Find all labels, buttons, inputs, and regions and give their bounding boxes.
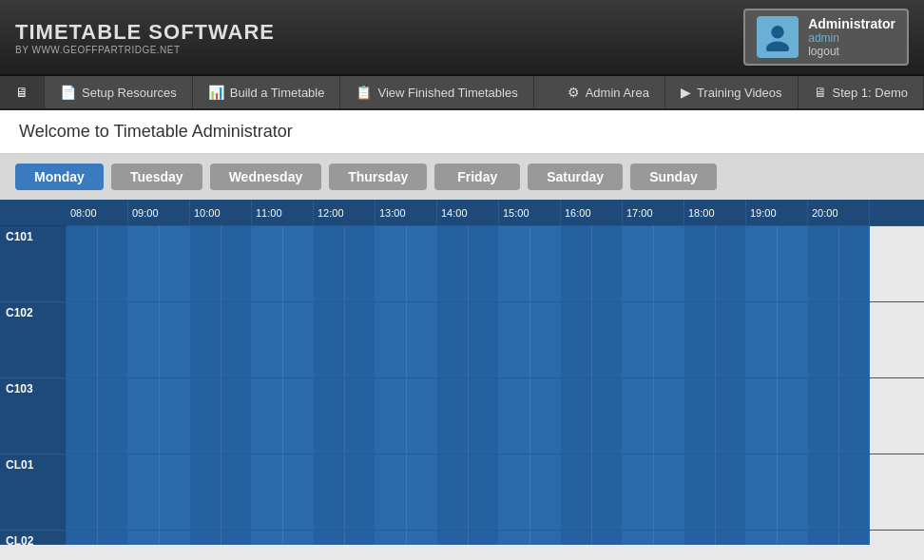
grid-row-cl01 bbox=[67, 454, 924, 531]
grid-cell-c103-1200[interactable] bbox=[314, 378, 375, 454]
grid-cell-c102-0800[interactable] bbox=[67, 302, 128, 377]
grid-cell-cl01-1300[interactable] bbox=[375, 454, 437, 530]
grid-cell-cl01-1700[interactable] bbox=[623, 454, 684, 530]
grid-cell-c103-1000[interactable] bbox=[190, 378, 252, 454]
grid-cell-c102-1400[interactable] bbox=[437, 302, 499, 377]
grid-cell-cl01-1400[interactable] bbox=[437, 454, 499, 530]
grid-cell-c101-1200[interactable] bbox=[314, 226, 375, 301]
nav-item-admin[interactable]: ⚙ Admin Area bbox=[552, 76, 665, 108]
grid-row-cl02 bbox=[67, 531, 924, 545]
welcome-title: Welcome to Timetable Administrator bbox=[19, 122, 905, 142]
grid-cell-c103-0800[interactable] bbox=[67, 378, 128, 454]
time-header-1700: 17:00 bbox=[623, 200, 684, 225]
grid-cell-c102-2000[interactable] bbox=[808, 302, 870, 377]
grid-cell-c103-1100[interactable] bbox=[252, 378, 314, 454]
monitor-icon: 🖥 bbox=[15, 85, 29, 100]
grid-cell-cl01-0900[interactable] bbox=[128, 454, 190, 530]
grid-cell-cl02-0900[interactable] bbox=[128, 531, 190, 545]
grid-cell-c101-2000[interactable] bbox=[808, 226, 870, 301]
grid-cell-cl02-1300[interactable] bbox=[375, 531, 437, 545]
grid-cell-c102-1900[interactable] bbox=[746, 302, 808, 377]
nav-item-setup-resources[interactable]: 📄 Setup Resources bbox=[45, 76, 193, 108]
time-header-1600: 16:00 bbox=[561, 200, 623, 225]
svg-point-1 bbox=[766, 42, 789, 52]
grid-cell-c101-0800[interactable] bbox=[67, 226, 128, 301]
table-icon: 📊 bbox=[208, 85, 224, 100]
grid-cell-c103-1700[interactable] bbox=[623, 378, 684, 454]
grid-cell-cl02-1400[interactable] bbox=[437, 531, 499, 545]
grid-cell-cl02-0800[interactable] bbox=[67, 531, 128, 545]
day-btn-monday[interactable]: Monday bbox=[15, 164, 104, 190]
grid-cell-c102-1700[interactable] bbox=[623, 302, 684, 377]
grid-cell-c102-1500[interactable] bbox=[499, 302, 561, 377]
grid-cell-c102-0900[interactable] bbox=[128, 302, 190, 377]
grid-cell-c101-1400[interactable] bbox=[437, 226, 499, 301]
grid-cell-cl01-1600[interactable] bbox=[561, 454, 623, 530]
nav-item-home[interactable]: 🖥 bbox=[0, 76, 45, 108]
day-btn-wednesday[interactable]: Wednesday bbox=[210, 164, 322, 190]
day-btn-friday[interactable]: Friday bbox=[434, 164, 520, 190]
grid-cell-cl02-1600[interactable] bbox=[561, 531, 623, 545]
user-login-link[interactable]: admin bbox=[808, 31, 895, 45]
day-btn-sunday[interactable]: Sunday bbox=[630, 164, 717, 190]
day-btn-tuesday[interactable]: Tuesday bbox=[111, 164, 202, 190]
grid-cell-cl01-0800[interactable] bbox=[67, 454, 128, 530]
row-labels: C101C102C103CL01CL02 bbox=[0, 200, 67, 545]
grid-cell-c103-1500[interactable] bbox=[499, 378, 561, 454]
grid-cell-c103-2000[interactable] bbox=[808, 378, 870, 454]
grid-cell-cl01-1900[interactable] bbox=[746, 454, 808, 530]
grid-cell-cl02-1800[interactable] bbox=[684, 531, 746, 545]
nav-item-demo[interactable]: 🖥 Step 1: Demo bbox=[799, 76, 925, 108]
grid-cell-c101-1500[interactable] bbox=[499, 226, 561, 301]
grid-cell-c101-1600[interactable] bbox=[561, 226, 623, 301]
grid-cell-c103-1600[interactable] bbox=[561, 378, 623, 454]
grid-cell-cl02-1500[interactable] bbox=[499, 531, 561, 545]
grid-cell-c101-1900[interactable] bbox=[746, 226, 808, 301]
grid-cell-cl02-2000[interactable] bbox=[808, 531, 870, 545]
grid-cell-cl02-1000[interactable] bbox=[190, 531, 252, 545]
grid-cell-c101-0900[interactable] bbox=[128, 226, 190, 301]
day-btn-thursday[interactable]: Thursday bbox=[329, 164, 427, 190]
grid-cell-cl01-1100[interactable] bbox=[252, 454, 314, 530]
grid-cell-c101-1000[interactable] bbox=[190, 226, 252, 301]
grid-row-c102 bbox=[67, 302, 924, 378]
grid-cell-c101-1800[interactable] bbox=[684, 226, 746, 301]
grid-cell-c103-1800[interactable] bbox=[684, 378, 746, 454]
row-label-c101: C101 bbox=[0, 226, 67, 302]
row-label-c103: C103 bbox=[0, 378, 67, 454]
grid-cell-cl01-1800[interactable] bbox=[684, 454, 746, 530]
day-btn-saturday[interactable]: Saturday bbox=[528, 164, 623, 190]
grid-cell-c101-1700[interactable] bbox=[623, 226, 684, 301]
nav-item-build-timetable[interactable]: 📊 Build a Timetable bbox=[193, 76, 341, 108]
grid-cell-c103-1900[interactable] bbox=[746, 378, 808, 454]
main-content: Welcome to Timetable Administrator Monda… bbox=[0, 110, 924, 560]
nav-label-build: Build a Timetable bbox=[230, 86, 325, 100]
grid-cell-c102-1000[interactable] bbox=[190, 302, 252, 377]
grid-cell-cl01-1200[interactable] bbox=[314, 454, 375, 530]
grid-cell-c102-1300[interactable] bbox=[375, 302, 437, 377]
grid-cell-c102-1800[interactable] bbox=[684, 302, 746, 377]
grid-cell-c103-0900[interactable] bbox=[128, 378, 190, 454]
list-icon: 📋 bbox=[356, 85, 372, 100]
grid-cell-c103-1400[interactable] bbox=[437, 378, 499, 454]
grid-cell-c102-1600[interactable] bbox=[561, 302, 623, 377]
grid-cell-cl01-1000[interactable] bbox=[190, 454, 252, 530]
welcome-bar: Welcome to Timetable Administrator bbox=[0, 110, 924, 154]
grid-cell-c102-1200[interactable] bbox=[314, 302, 375, 377]
grid-cell-cl02-1100[interactable] bbox=[252, 531, 314, 545]
grid-cell-c101-1300[interactable] bbox=[375, 226, 437, 301]
grid-cell-cl02-1700[interactable] bbox=[623, 531, 684, 545]
grid-cell-cl01-1500[interactable] bbox=[499, 454, 561, 530]
timetable-wrapper[interactable]: C101C102C103CL01CL02 08:0009:0010:0011:0… bbox=[0, 200, 924, 545]
screen-icon: 🖥 bbox=[814, 85, 827, 100]
user-logout-link[interactable]: logout bbox=[808, 45, 895, 58]
nav-item-training[interactable]: ▶ Training Videos bbox=[665, 76, 799, 108]
grid-cell-c102-1100[interactable] bbox=[252, 302, 314, 377]
grid-cell-c103-1300[interactable] bbox=[375, 378, 437, 454]
grid-area: 08:0009:0010:0011:0012:0013:0014:0015:00… bbox=[67, 200, 924, 545]
grid-cell-cl01-2000[interactable] bbox=[808, 454, 870, 530]
grid-cell-c101-1100[interactable] bbox=[252, 226, 314, 301]
grid-cell-cl02-1200[interactable] bbox=[314, 531, 375, 545]
grid-cell-cl02-1900[interactable] bbox=[746, 531, 808, 545]
nav-item-view-timetables[interactable]: 📋 View Finished Timetables bbox=[340, 76, 533, 108]
